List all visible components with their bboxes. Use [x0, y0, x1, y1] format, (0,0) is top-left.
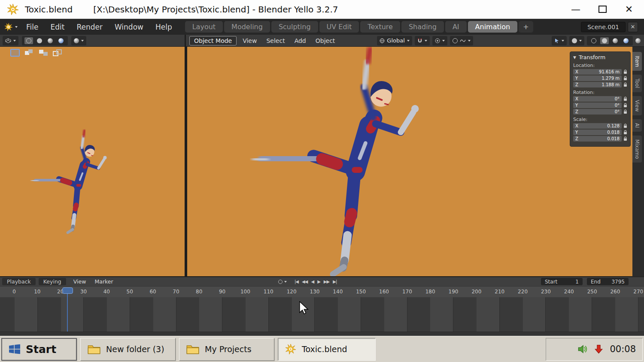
rotation-y-field[interactable]: Y0° [573, 103, 622, 108]
proportional-edit-button[interactable] [432, 36, 447, 45]
gizmos-button[interactable] [552, 36, 567, 45]
timeline-ruler[interactable]: 0102030405060708090100110120130140150160… [0, 286, 644, 297]
close-button[interactable]: ✕ [623, 4, 635, 15]
material-mode-button[interactable] [611, 37, 620, 44]
tab-animation[interactable]: Animation [468, 21, 518, 33]
shading-wireframe-button[interactable] [24, 37, 33, 44]
location-z-field[interactable]: Z1.188 m [573, 82, 622, 87]
lock-icon[interactable] [623, 130, 627, 135]
play-button[interactable]: ▶ [316, 279, 321, 284]
overlays-dropdown-button[interactable] [569, 36, 584, 45]
lock-icon[interactable] [623, 69, 627, 74]
overlays-button[interactable] [71, 36, 86, 45]
shading-options-icon[interactable] [635, 38, 641, 43]
tab-shading[interactable]: Shading [401, 21, 444, 33]
select-cursor-icon [554, 38, 559, 43]
menu-help[interactable]: Help [149, 23, 178, 31]
sidebar-tab-mixamo[interactable]: Mixamo [632, 136, 642, 163]
secondary-3d-viewport[interactable] [0, 47, 185, 277]
solid-mode-button[interactable] [600, 37, 609, 44]
sidebar-tab-tool[interactable]: Tool [632, 75, 642, 92]
maximize-button[interactable] [597, 4, 608, 15]
sidebar-tab-ai[interactable]: AI [632, 119, 642, 132]
tab-ai[interactable]: AI [445, 21, 467, 33]
shading-solid-button[interactable] [35, 37, 44, 44]
menu-marker[interactable]: Marker [90, 278, 117, 285]
tab-uv-edit[interactable]: UV Edit [319, 21, 359, 33]
scene-unlink-button[interactable]: ✕ [628, 22, 638, 32]
lock-icon[interactable] [623, 76, 627, 81]
menu-edit[interactable]: Edit [44, 23, 70, 31]
jump-to-start-button[interactable]: |◀ [294, 279, 299, 284]
shading-rendered-button[interactable] [57, 37, 65, 44]
minimize-button[interactable]: — [570, 4, 581, 15]
snapping-button[interactable] [415, 36, 430, 45]
menu-add[interactable]: Add [291, 37, 310, 44]
download-tray-icon[interactable] [595, 344, 603, 354]
scale-y-field[interactable]: Y0.018 [573, 130, 622, 135]
menu-file[interactable]: File [20, 23, 44, 31]
editor-type-button[interactable] [3, 36, 18, 45]
tab-layout[interactable]: Layout [185, 21, 223, 33]
layout-preset-icon-active[interactable] [10, 49, 20, 57]
play-reverse-button[interactable]: ◀ [310, 279, 315, 284]
add-workspace-button[interactable]: + [519, 21, 533, 33]
layout-preset-icon[interactable] [53, 49, 62, 57]
tab-sculpting[interactable]: Sculpting [271, 21, 318, 33]
character-object-small[interactable] [30, 129, 110, 235]
location-y-field[interactable]: Y1.279 m [573, 75, 622, 81]
lock-icon[interactable] [623, 109, 627, 114]
end-frame-field[interactable]: End3795 [587, 278, 629, 285]
menu-object[interactable]: Object [312, 37, 339, 44]
layout-preset-icon[interactable] [39, 49, 48, 57]
lock-icon[interactable] [623, 97, 627, 101]
scale-z-field[interactable]: Z0.018 [573, 136, 622, 142]
tab-texture[interactable]: Texture [360, 21, 400, 33]
timeline-tracks[interactable] [0, 297, 644, 332]
chevron-down-icon [562, 40, 564, 42]
next-keyframe-button[interactable]: ▶▶ [323, 279, 330, 284]
lock-icon[interactable] [623, 124, 627, 128]
menu-timeline-view[interactable]: View [69, 278, 91, 285]
taskbar-item-my-projects[interactable]: My Projects [179, 338, 274, 361]
prev-keyframe-button[interactable]: ◀◀ [301, 279, 308, 284]
menu-window[interactable]: Window [109, 23, 149, 31]
lock-icon[interactable] [623, 103, 627, 108]
sidebar-tab-item[interactable]: Item [632, 52, 642, 71]
tab-modeling[interactable]: Modeling [224, 21, 270, 33]
start-frame-field[interactable]: Start1 [541, 278, 583, 285]
rotation-z-field[interactable]: Z0° [573, 109, 622, 115]
sidebar-tab-view[interactable]: View [632, 96, 642, 115]
mode-dropdown[interactable]: Object Mode [189, 36, 237, 45]
playhead-handle[interactable] [62, 287, 73, 294]
main-3d-viewport[interactable]: ▼ Transform Location: X91.616 m Y1.279 m… [187, 47, 632, 277]
menu-playback[interactable]: Playback [2, 278, 36, 285]
volume-icon[interactable] [577, 344, 588, 354]
scale-x-field[interactable]: X0.128 [573, 123, 622, 129]
chevron-down-icon [425, 40, 427, 42]
location-x-field[interactable]: X91.616 m [573, 69, 622, 75]
lock-icon[interactable] [623, 82, 627, 87]
menu-keying[interactable]: Keying [39, 278, 66, 285]
menu-render[interactable]: Render [70, 23, 109, 31]
rendered-mode-button[interactable] [622, 37, 630, 44]
rotation-label: Rotation: [573, 90, 627, 95]
wireframe-mode-button[interactable] [589, 37, 598, 44]
menu-view[interactable]: View [239, 37, 260, 44]
taskbar-item-new-folder[interactable]: New folder (3) [80, 338, 176, 361]
auto-key-button[interactable] [278, 280, 283, 284]
transform-panel-header[interactable]: ▼ Transform [573, 54, 627, 60]
blender-menu-button[interactable] [4, 23, 18, 31]
jump-to-end-button[interactable]: ▶| [332, 279, 337, 284]
layout-preset-icon[interactable] [24, 49, 34, 57]
shading-material-button[interactable] [46, 37, 55, 44]
character-object[interactable] [250, 47, 426, 277]
lock-icon[interactable] [623, 136, 627, 141]
rotation-x-field[interactable]: X0° [573, 96, 622, 102]
proportional-falloff-button[interactable] [450, 36, 473, 45]
scene-selector[interactable]: Scene.001 [581, 22, 626, 32]
transform-orientation-dropdown[interactable]: Global [377, 36, 412, 45]
taskbar-item-toxic-blend[interactable]: Toxic.blend [278, 338, 376, 361]
start-button[interactable]: Start [1, 338, 77, 361]
menu-select[interactable]: Select [263, 37, 288, 44]
